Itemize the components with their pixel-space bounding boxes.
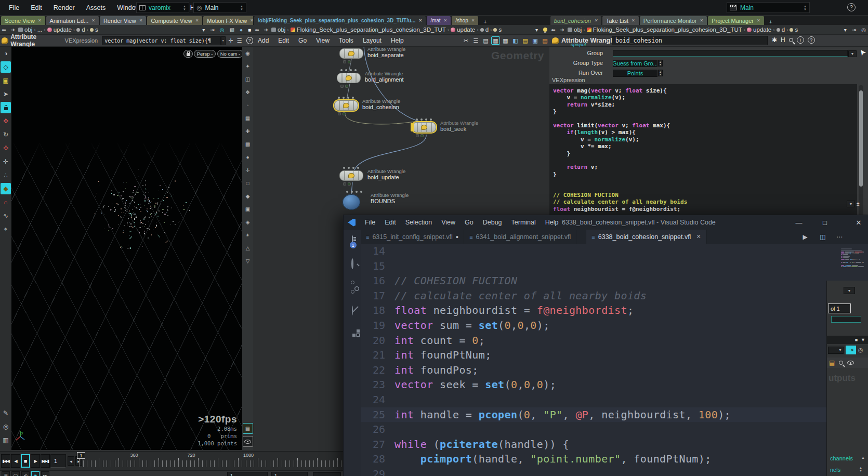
display-opt-6[interactable]: ▦ xyxy=(243,113,253,124)
playhead-flag[interactable]: 1 xyxy=(77,452,85,459)
eye-icon[interactable] xyxy=(847,361,854,365)
vscode-menu-view[interactable]: View xyxy=(437,219,460,226)
node-boid-seek[interactable] xyxy=(412,122,436,133)
input-pip[interactable] xyxy=(350,69,352,71)
loop-icon[interactable]: ◯ xyxy=(11,471,20,476)
basket-icon[interactable]: ▤ xyxy=(829,359,835,366)
input-pip[interactable] xyxy=(416,118,418,121)
network-menu-view[interactable]: View xyxy=(311,37,334,44)
follow-network-icon[interactable]: ◎ xyxy=(861,27,866,33)
explorer-icon[interactable]: 1 xyxy=(352,236,353,245)
code-line-14[interactable]: 14 xyxy=(361,244,841,259)
new-tab-button[interactable]: + xyxy=(769,19,772,25)
close-icon[interactable]: ✕ xyxy=(757,18,760,23)
menu-icon[interactable]: ☰ xyxy=(2,471,10,476)
image-card-icon[interactable]: ▣ xyxy=(531,36,540,45)
code-menu-icon[interactable]: ▼ xyxy=(847,201,855,207)
code-line-26[interactable]: 26 xyxy=(361,422,841,437)
layout-selector[interactable]: ◎ Main ▲▼ xyxy=(193,2,246,13)
display-opt-10[interactable]: ✛ xyxy=(243,165,253,176)
source-control-icon[interactable] xyxy=(349,283,356,292)
input-pip[interactable] xyxy=(348,167,350,169)
code-line-27[interactable]: 27while (pciterate(handle)) { xyxy=(361,437,841,452)
translate-tool[interactable]: ✥ xyxy=(1,115,11,127)
perspective-pill[interactable]: Persp - xyxy=(194,50,216,58)
input-pip[interactable] xyxy=(357,167,359,169)
vscode-menu-go[interactable]: Go xyxy=(460,219,478,226)
back-arrow-icon[interactable]: ⬅ xyxy=(253,27,261,33)
modified-dot-icon[interactable]: ● xyxy=(456,234,458,240)
node-boid-update[interactable] xyxy=(339,170,363,181)
houdini-logo-icon[interactable]: H xyxy=(781,36,785,44)
vscode-menu-help[interactable]: Help xyxy=(541,219,563,226)
magnet-tool[interactable]: ∩ xyxy=(1,196,11,208)
code-line-24[interactable]: 24 xyxy=(361,392,841,407)
display-opt-9[interactable]: ● xyxy=(243,152,253,163)
particles-tool[interactable]: ∴ xyxy=(1,169,11,181)
close-icon[interactable]: ✕ xyxy=(91,18,95,23)
jump-start-button[interactable]: ▮◀◀ xyxy=(1,454,10,468)
menu-assets[interactable]: Assets xyxy=(81,4,112,11)
close-icon[interactable]: ✕ xyxy=(696,233,701,240)
lock-badge-icon[interactable] xyxy=(343,182,346,186)
network-crumb-obj[interactable]: obj xyxy=(271,27,286,33)
input-pip[interactable] xyxy=(346,191,348,193)
input-pip[interactable] xyxy=(354,69,357,71)
vscode-menu-file[interactable]: File xyxy=(360,219,380,226)
forward-arrow-icon[interactable]: ➜ xyxy=(9,27,17,33)
close-icon[interactable]: ✕ xyxy=(444,18,448,23)
vexpression-input[interactable]: vector mag(vector v; float size){¶ v = xyxy=(102,36,221,45)
vscode-minimap[interactable] xyxy=(841,245,864,269)
input-pip[interactable] xyxy=(345,69,347,71)
network-crumb-d[interactable]: d xyxy=(480,27,489,33)
snapshot-icon[interactable]: ■ xyxy=(248,27,251,33)
display-opt-17[interactable]: ▽ xyxy=(243,256,253,267)
cube-icon[interactable]: ▧ xyxy=(229,27,234,33)
code-line-21[interactable]: 21int foundPtNum; xyxy=(361,348,841,363)
new-tab-button[interactable]: + xyxy=(483,19,486,25)
input-pip[interactable] xyxy=(360,191,362,193)
play-reverse-button[interactable]: ◀ xyxy=(11,454,20,468)
lock-badge-icon[interactable] xyxy=(416,134,419,137)
display-badge-icon[interactable] xyxy=(345,85,348,88)
sticky-note-icon[interactable]: ▤ xyxy=(521,36,530,45)
params-crumb-floking-seek-plus-separation-plus-cohesion-3d-tut[interactable]: Floking_Seek_plus_separation_plus_cohesi… xyxy=(586,27,743,33)
shelf-set-selector[interactable]: Main ▲▼ xyxy=(727,2,810,13)
scene-tab-animation-ed[interactable]: Animation Ed...✕ xyxy=(46,16,99,25)
grid-layout-icon[interactable]: ▦ xyxy=(491,36,500,45)
code-line-15[interactable]: 15 xyxy=(361,259,841,274)
curve-tool[interactable]: ∿ xyxy=(1,210,11,221)
lock-badge-icon[interactable] xyxy=(338,112,341,115)
input-pip[interactable] xyxy=(356,191,358,193)
network-menu-layout[interactable]: Layout xyxy=(358,37,386,44)
close-icon[interactable]: ✕ xyxy=(594,18,598,23)
params-tab-take-list[interactable]: Take List✕ xyxy=(602,16,639,25)
pointer-tool[interactable]: ➤ xyxy=(1,88,11,100)
sync-icon[interactable]: ◉ xyxy=(31,471,40,476)
node-boid-alignment[interactable] xyxy=(337,73,361,83)
pin-icon[interactable]: ⇥ xyxy=(210,27,214,33)
vscode-tab-6338-boid-cohesion-snippet-vfl[interactable]: ≡6338_boid_cohesion_snippet.vfl✕ xyxy=(586,230,706,244)
display-opt-2[interactable]: ✦ xyxy=(243,61,253,72)
param-field-group[interactable] xyxy=(613,50,848,57)
display-badge-icon[interactable] xyxy=(348,60,351,63)
follow-network-icon[interactable]: ◎ xyxy=(858,347,863,353)
scene-crumb-s[interactable]: s xyxy=(89,27,99,33)
display-opt-8[interactable]: ▩ xyxy=(243,139,253,150)
close-icon[interactable]: ✕ xyxy=(471,18,475,23)
network-crumb-floking-seek-plus-separation-plus-cohesion-3d-tut[interactable]: Floking_Seek_plus_separation_plus_cohesi… xyxy=(290,27,446,33)
notes-icon[interactable]: ▤ xyxy=(481,36,490,45)
stop-button[interactable]: ■ xyxy=(21,454,30,468)
range-slider[interactable] xyxy=(313,472,341,476)
close-icon[interactable]: ✕ xyxy=(38,18,42,23)
camera-tool[interactable]: ◎ xyxy=(1,421,11,432)
collapse-icon[interactable]: ▲ xyxy=(861,456,865,459)
run-button[interactable]: ▶ xyxy=(798,230,812,244)
network-crumb-s[interactable]: s xyxy=(493,27,502,33)
search-icon[interactable] xyxy=(351,259,353,269)
scale-tool[interactable]: ✣ xyxy=(1,142,11,154)
follow-network-icon[interactable]: ◎ xyxy=(220,27,225,33)
display-badge-icon[interactable] xyxy=(343,112,346,115)
range-icon[interactable]: ▸▸ xyxy=(41,471,49,476)
display-opt-3[interactable]: ◫ xyxy=(243,74,253,85)
